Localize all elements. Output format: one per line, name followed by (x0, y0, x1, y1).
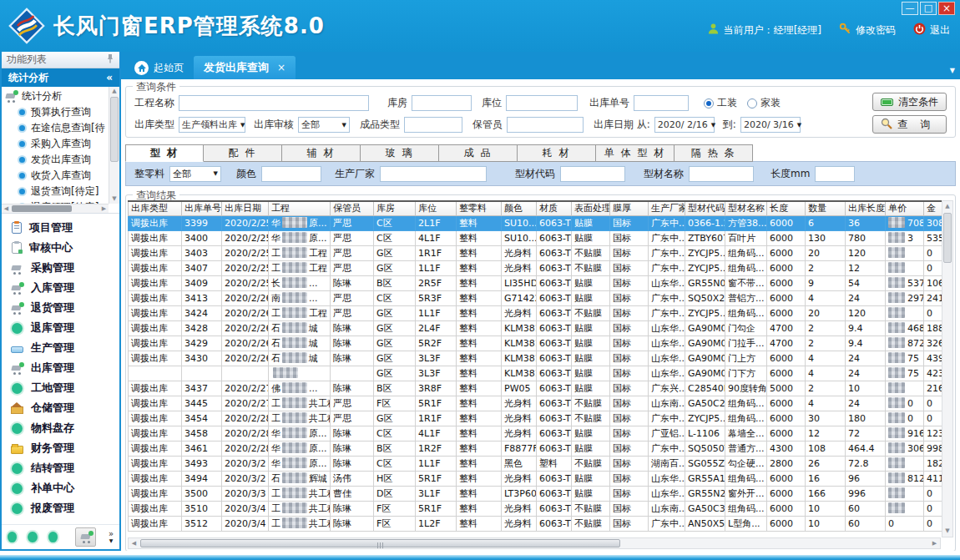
material-tab[interactable]: 成 品 (439, 144, 518, 162)
product-type-input[interactable] (404, 117, 462, 133)
quick-item-icon[interactable] (28, 532, 37, 542)
scrollbar-thumb[interactable] (12, 205, 72, 212)
sidebar-item[interactable]: 补单中心 (2, 478, 119, 498)
pin-icon[interactable] (106, 53, 114, 66)
column-header[interactable]: 出库类型 (129, 201, 182, 215)
table-row[interactable]: 调拨出库34542020/2/28工共工程严思G区1R1F整料光身料6063-T… (129, 411, 946, 426)
scroll-up-icon[interactable]: ▲ (942, 201, 952, 212)
scrollbar-thumb[interactable] (140, 539, 620, 547)
radio-jiazhuang[interactable]: 家装 (747, 96, 781, 110)
tab-close-icon[interactable]: × (277, 62, 285, 73)
keeper-input[interactable] (507, 117, 584, 133)
column-header[interactable]: 库位 (416, 201, 457, 215)
outbound-type-select[interactable]: 生产领料出库▼ (179, 117, 245, 133)
logout-button[interactable]: 退出 (913, 23, 950, 38)
material-tab[interactable]: 隔 热 条 (675, 144, 753, 162)
table-row[interactable]: 调拨出库34002020/2/25华原...严思C区4L1F整料SU10...6… (129, 230, 946, 245)
table-row[interactable]: 调拨出库34292020/2/26石城陈琳G区5R2F整料KLM38176063… (129, 335, 946, 351)
column-header[interactable]: 表面处理 (572, 201, 610, 215)
column-header[interactable]: 颜色 (502, 201, 537, 215)
sidebar-item[interactable]: 入库管理 (2, 278, 119, 298)
scroll-down-icon[interactable]: ▼ (942, 526, 952, 537)
column-header[interactable]: 出库单号 (182, 201, 222, 215)
table-row[interactable]: 调拨出库34092020/2/25长...陈琳B区2R5F整料LI35HD606… (129, 275, 946, 290)
sidebar-item[interactable]: 物料盘存 (2, 418, 119, 438)
column-header[interactable]: 保管员 (331, 201, 374, 215)
column-header[interactable]: 材质 (537, 201, 572, 215)
table-row[interactable]: 调拨出库34302020/2/26石城陈琳G区3L3F整料KLM38176063… (129, 351, 946, 366)
sidebar-item[interactable]: 财务管理 (2, 438, 119, 458)
sidebar-item[interactable]: 仓储管理 (2, 398, 119, 418)
tree-horizontal-scrollbar[interactable]: ◀ ▶ (2, 204, 109, 213)
length-input[interactable] (815, 166, 855, 182)
manufacturer-input[interactable] (380, 166, 487, 182)
table-row[interactable]: 调拨出库34942020/3/2石辉城汤伟H区5R1F整料光身料6063-T5贴… (129, 471, 946, 486)
profile-code-input[interactable] (560, 166, 625, 182)
profile-name-input[interactable] (689, 166, 754, 182)
column-header[interactable]: 型材代码 (685, 201, 725, 215)
sidebar-item[interactable]: 采购管理 (2, 258, 119, 278)
material-tab[interactable]: 单 体 型 材 (596, 144, 675, 162)
quick-item-icon[interactable] (8, 532, 17, 542)
sidebar-item[interactable]: 生产管理 (2, 338, 119, 358)
table-row[interactable]: 调拨出库34932020/3/2华原...陈琳C区1L1F整料黑色塑料不贴膜国标… (129, 456, 946, 471)
scrollbar-thumb[interactable] (110, 97, 119, 162)
tab-shipping-outbound-query[interactable]: 发货出库查询 × (194, 56, 296, 79)
table-row[interactable]: 调拨出库34132020/2/26南...严思C区5R3F整料G71422606… (129, 290, 946, 305)
table-row[interactable]: 调拨出库35122020/3/4工共工程陈琳F区1L2F整料光身料6063-T5… (129, 516, 946, 531)
table-row[interactable]: 调拨出库34032020/2/25工工程严思G区1R1F整料光身料6063-T5… (129, 245, 946, 260)
order-no-input[interactable] (634, 95, 689, 111)
sidebar-item[interactable]: 审核中心 (2, 238, 119, 258)
tab-home[interactable]: 起始页 (124, 57, 194, 79)
audit-select[interactable]: 全部▼ (298, 117, 350, 133)
table-row[interactable]: 调拨出库35102020/3/4工共工程陈琳F区5R1F整料光身料6063-T5… (129, 501, 946, 516)
column-header[interactable]: 膜厚 (610, 201, 649, 215)
column-header[interactable]: 整零料 (457, 201, 502, 215)
tree-item[interactable]: 预算执行查询 (5, 104, 109, 120)
radio-gongzhuang[interactable]: 工装 (704, 96, 737, 110)
grid-vertical-scrollbar[interactable]: ▲ ▼ (942, 200, 953, 537)
sidebar-item[interactable]: 工地管理 (2, 378, 119, 398)
table-row[interactable]: 调拨出库33992020/2/25华原...严思C区2L1F整料SU10...6… (129, 215, 946, 230)
scroll-right-icon[interactable]: ▶ (99, 204, 109, 213)
column-header[interactable]: 数量 (806, 201, 846, 215)
table-row[interactable]: 调拨出库34452020/2/27工共工程严思F区5R1F整料光身料6063-T… (129, 396, 946, 411)
tree-item[interactable]: 退货查询[待定] (5, 184, 109, 199)
scrollbar-thumb[interactable] (943, 213, 952, 263)
warehouse-input[interactable] (412, 95, 472, 111)
quick-cart-button[interactable] (75, 527, 96, 547)
tree-item[interactable]: 发货出库查询 (5, 152, 109, 168)
more-buttons-chevron[interactable]: » ▼ (109, 531, 114, 544)
table-row[interactable]: 调拨出库34072020/2/25工工程严思G区1L1F整料光身料6063-T5… (129, 260, 946, 275)
table-row[interactable]: 调拨出库35002020/3/3工共工程曹佳D区3L1F整料LT3P606063… (129, 486, 946, 501)
sidebar-item[interactable]: 退货管理 (2, 298, 119, 318)
scroll-left-icon[interactable]: ◀ (129, 538, 139, 549)
tree-item[interactable]: 在途信息查询[待 (5, 120, 109, 136)
column-header[interactable]: 出库日期 (222, 201, 269, 215)
scroll-left-icon[interactable]: ◀ (2, 204, 11, 213)
material-tab[interactable]: 耗 材 (518, 144, 596, 162)
column-header[interactable]: 型材名称 (725, 201, 767, 215)
material-tab[interactable]: 型 材 (125, 144, 204, 162)
table-row[interactable]: 调拨出库34582020/2/28华原...陈琳C区4L1F整料光身料6063-… (129, 426, 946, 441)
scroll-right-icon[interactable]: ▶ (929, 538, 940, 549)
scroll-up-icon[interactable]: ▲ (109, 87, 119, 96)
material-tab[interactable]: 辅 材 (282, 144, 361, 162)
tree-item[interactable]: 收货入库查询 (5, 168, 109, 184)
column-header[interactable]: 长度 (767, 201, 806, 215)
column-header[interactable]: 工程 (269, 201, 331, 215)
search-button[interactable]: 查 询 (872, 115, 947, 134)
section-header-statistics[interactable]: 统计分析 « (2, 68, 119, 87)
table-row[interactable]: G区3L3F整料KLM38176063-T5贴膜国标山东华...GA90M09.… (129, 366, 946, 381)
table-row[interactable]: 调拨出库34612020/2/28华原...陈琳B区1R2F整料F8877FT6… (129, 441, 946, 456)
sidebar-item[interactable]: 报废管理 (2, 498, 119, 518)
sidebar-item[interactable]: 出库管理 (2, 358, 119, 378)
close-button[interactable]: × (938, 2, 955, 15)
table-row[interactable]: 调拨出库34242020/2/26工工程严思G区1L1F整料光身料6063-T5… (129, 305, 946, 320)
sidebar-item[interactable]: 结转管理 (2, 458, 119, 478)
sidebar-item[interactable]: 退库管理 (2, 318, 119, 338)
material-tab[interactable]: 配 件 (204, 144, 282, 162)
column-header[interactable]: 单价 (886, 201, 924, 215)
quick-item-icon[interactable] (48, 532, 58, 542)
color-input[interactable] (261, 166, 321, 182)
